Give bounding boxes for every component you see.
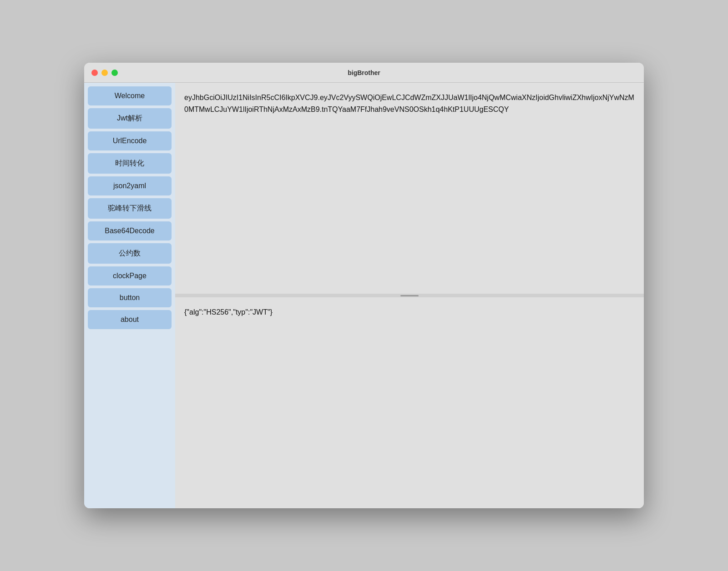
sidebar-item-clockpage[interactable]: clockPage <box>88 266 172 286</box>
upper-panel[interactable]: eyJhbGciOiJIUzI1NiIsInR5cCI6IkpXVCJ9.eyJ… <box>175 83 644 294</box>
sidebar-item-urlencode[interactable]: UrlEncode <box>88 131 172 150</box>
lower-panel[interactable]: {"alg":"HS256","typ":"JWT"} <box>175 297 644 508</box>
titlebar: bigBrother <box>84 63 644 83</box>
traffic-lights <box>91 70 118 76</box>
sidebar-item-welcome[interactable]: Welcome <box>88 86 172 105</box>
sidebar-item-about[interactable]: about <box>88 310 172 329</box>
sidebar-item-timeconvert[interactable]: 时间转化 <box>88 153 172 174</box>
sidebar-item-base64decode[interactable]: Base64Decode <box>88 221 172 240</box>
sidebar-item-jwt[interactable]: Jwt解析 <box>88 108 172 129</box>
lower-text: {"alg":"HS256","typ":"JWT"} <box>184 308 273 316</box>
sidebar-item-json2yaml[interactable]: json2yaml <box>88 176 172 195</box>
sidebar: Welcome Jwt解析 UrlEncode 时间转化 json2yaml 驼… <box>84 83 175 508</box>
sidebar-item-camelcase[interactable]: 驼峰转下滑线 <box>88 198 172 219</box>
app-window: bigBrother Welcome Jwt解析 UrlEncode 时间转化 … <box>84 63 644 508</box>
minimize-button[interactable] <box>101 70 108 76</box>
content-area: Welcome Jwt解析 UrlEncode 时间转化 json2yaml 驼… <box>84 83 644 508</box>
window-title: bigBrother <box>348 69 380 76</box>
divider-handle <box>400 295 419 296</box>
maximize-button[interactable] <box>111 70 118 76</box>
sidebar-item-button[interactable]: button <box>88 288 172 307</box>
close-button[interactable] <box>91 70 98 76</box>
sidebar-item-gcd[interactable]: 公约数 <box>88 243 172 264</box>
panel-divider[interactable] <box>175 294 644 297</box>
upper-text: eyJhbGciOiJIUzI1NiIsInR5cCI6IkpXVCJ9.eyJ… <box>184 94 634 113</box>
main-area: eyJhbGciOiJIUzI1NiIsInR5cCI6IkpXVCJ9.eyJ… <box>175 83 644 508</box>
